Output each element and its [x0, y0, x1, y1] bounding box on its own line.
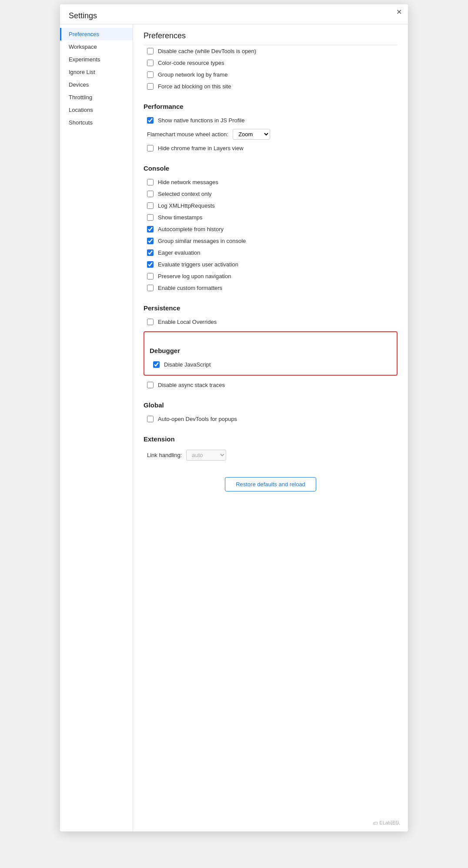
console-show-timestamps-checkbox[interactable] — [147, 214, 154, 221]
network-force-ad-blocking-row: Force ad blocking on this site — [144, 81, 398, 92]
debugger-extra-disable-async-stack-traces-checkbox[interactable] — [147, 382, 154, 388]
global-section-title: Global — [144, 401, 398, 409]
sidebar-item-ignore-list[interactable]: Ignore List — [60, 66, 133, 78]
console-show-timestamps-row: Show timestamps — [144, 212, 398, 223]
console-eager-evaluation-label: Eager evaluation — [158, 249, 201, 256]
console-enable-custom-formatters-row: Enable custom formatters — [144, 282, 398, 294]
flamechart-label: Flamechart mouse wheel action: — [147, 131, 228, 138]
debugger-disable-javascript-label: Disable JavaScript — [164, 361, 211, 368]
debugger-section-title: Debugger — [150, 347, 391, 354]
global-auto-open-devtools-label: Auto-open DevTools for popups — [158, 416, 237, 422]
console-group-similar-messages-checkbox[interactable] — [147, 238, 154, 244]
global-section: GlobalAuto-open DevTools for popups — [144, 401, 398, 425]
console-log-xmlhttprequests-label: Log XMLHttpRequests — [158, 202, 215, 209]
network-section: Disable cache (while DevTools is open)Co… — [144, 45, 398, 92]
extension-section-title: Extension — [144, 435, 398, 443]
console-hide-network-messages-row: Hide network messages — [144, 176, 398, 188]
debugger-box: DebuggerDisable JavaScript — [144, 331, 398, 376]
link-handling-select[interactable]: autoaskalways — [186, 450, 226, 461]
sidebar: PreferencesWorkspaceExperimentsIgnore Li… — [60, 24, 133, 831]
persist-enable-local-overrides-row: Enable Local Overrides — [144, 316, 398, 328]
debugger-outer: DebuggerDisable JavaScriptDisable async … — [144, 331, 398, 391]
link-handling-row: Link handling:autoaskalways — [144, 447, 398, 463]
link-handling-label: Link handling: — [147, 452, 182, 458]
console-evaluate-triggers-row: Evaluate triggers user activation — [144, 259, 398, 270]
performance-section: Performance Show native functions in JS … — [144, 103, 398, 154]
console-hide-network-messages-label: Hide network messages — [158, 179, 218, 185]
network-force-ad-blocking-label: Force ad blocking on this site — [158, 83, 231, 90]
perf-extra-hide-chrome-frame-checkbox[interactable] — [147, 145, 154, 151]
global-auto-open-devtools-row: Auto-open DevTools for popups — [144, 413, 398, 425]
settings-dialog: ✕ Settings PreferencesWorkspaceExperimen… — [60, 4, 408, 831]
network-disable-cache-row: Disable cache (while DevTools is open) — [144, 45, 398, 57]
console-autocomplete-from-history-checkbox[interactable] — [147, 226, 154, 232]
console-section: Console Hide network messagesSelected co… — [144, 165, 398, 294]
console-autocomplete-from-history-label: Autocomplete from history — [158, 226, 224, 232]
console-preserve-log-row: Preserve log upon navigation — [144, 270, 398, 282]
close-button[interactable]: ✕ — [396, 9, 402, 16]
console-selected-context-only-checkbox[interactable] — [147, 191, 154, 197]
console-eager-evaluation-checkbox[interactable] — [147, 249, 154, 256]
console-log-xmlhttprequests-checkbox[interactable] — [147, 202, 154, 209]
perf-extra-hide-chrome-frame-label: Hide chrome frame in Layers view — [158, 145, 244, 151]
network-group-network-log-checkbox[interactable] — [147, 71, 154, 78]
main-content: Preferences Disable cache (while DevTool… — [133, 24, 408, 831]
sidebar-item-throttling[interactable]: Throttling — [60, 91, 133, 104]
watermark: 🏷 ELab团队 — [373, 820, 400, 826]
console-section-title: Console — [144, 165, 398, 172]
console-group-similar-messages-row: Group similar messages in console — [144, 235, 398, 247]
console-group-similar-messages-label: Group similar messages in console — [158, 238, 246, 244]
global-auto-open-devtools-checkbox[interactable] — [147, 416, 154, 422]
console-evaluate-triggers-checkbox[interactable] — [147, 261, 154, 268]
persist-enable-local-overrides-checkbox[interactable] — [147, 319, 154, 325]
preferences-title: Preferences — [144, 24, 398, 45]
console-enable-custom-formatters-checkbox[interactable] — [147, 285, 154, 291]
watermark-icon: 🏷 — [373, 821, 378, 826]
console-enable-custom-formatters-label: Enable custom formatters — [158, 285, 222, 291]
dialog-body: PreferencesWorkspaceExperimentsIgnore Li… — [60, 24, 408, 831]
performance-section-title: Performance — [144, 103, 398, 110]
perf-extra-hide-chrome-frame-row: Hide chrome frame in Layers view — [144, 142, 398, 154]
persist-enable-local-overrides-label: Enable Local Overrides — [158, 319, 217, 325]
console-hide-network-messages-checkbox[interactable] — [147, 179, 154, 185]
sidebar-item-devices[interactable]: Devices — [60, 78, 133, 91]
network-disable-cache-checkbox[interactable] — [147, 48, 154, 54]
console-eager-evaluation-row: Eager evaluation — [144, 247, 398, 259]
sidebar-item-workspace[interactable]: Workspace — [60, 40, 133, 53]
console-selected-context-only-row: Selected context only — [144, 188, 398, 200]
debugger-extra-disable-async-stack-traces-row: Disable async stack traces — [144, 379, 398, 391]
network-color-code-checkbox[interactable] — [147, 60, 154, 66]
sidebar-item-experiments[interactable]: Experiments — [60, 53, 133, 66]
network-group-network-log-label: Group network log by frame — [158, 71, 227, 78]
restore-defaults-button[interactable]: Restore defaults and reload — [225, 477, 316, 491]
sidebar-item-locations[interactable]: Locations — [60, 104, 133, 116]
network-color-code-row: Color-code resource types — [144, 57, 398, 69]
console-autocomplete-from-history-row: Autocomplete from history — [144, 223, 398, 235]
dialog-title: Settings — [60, 4, 408, 24]
sidebar-item-preferences[interactable]: Preferences — [60, 28, 133, 40]
console-evaluate-triggers-label: Evaluate triggers user activation — [158, 261, 238, 268]
flamechart-select[interactable]: ZoomScroll — [233, 129, 270, 140]
debugger-disable-javascript-checkbox[interactable] — [153, 361, 160, 368]
perf-show-native-functions-label: Show native functions in JS Profile — [158, 117, 244, 124]
console-preserve-log-label: Preserve log upon navigation — [158, 273, 231, 279]
persistence-section-title: Persistence — [144, 304, 398, 312]
network-group-network-log-row: Group network log by frame — [144, 69, 398, 81]
restore-btn-row: Restore defaults and reload — [144, 463, 398, 498]
watermark-text: ELab团队 — [379, 820, 400, 826]
console-selected-context-only-label: Selected context only — [158, 191, 212, 197]
flamechart-row: Flamechart mouse wheel action:ZoomScroll — [144, 126, 398, 142]
network-color-code-label: Color-code resource types — [158, 60, 224, 66]
network-force-ad-blocking-checkbox[interactable] — [147, 83, 154, 90]
perf-show-native-functions-checkbox[interactable] — [147, 117, 154, 124]
network-disable-cache-label: Disable cache (while DevTools is open) — [158, 48, 256, 54]
extension-section: ExtensionLink handling:autoaskalways — [144, 435, 398, 463]
sidebar-item-shortcuts[interactable]: Shortcuts — [60, 116, 133, 129]
debugger-extra-disable-async-stack-traces-label: Disable async stack traces — [158, 382, 225, 388]
debugger-disable-javascript-row: Disable JavaScript — [150, 359, 391, 370]
perf-show-native-functions-row: Show native functions in JS Profile — [144, 114, 398, 126]
persistence-section: Persistence Enable Local Overrides — [144, 304, 398, 328]
console-log-xmlhttprequests-row: Log XMLHttpRequests — [144, 200, 398, 212]
console-preserve-log-checkbox[interactable] — [147, 273, 154, 279]
console-show-timestamps-label: Show timestamps — [158, 214, 203, 221]
